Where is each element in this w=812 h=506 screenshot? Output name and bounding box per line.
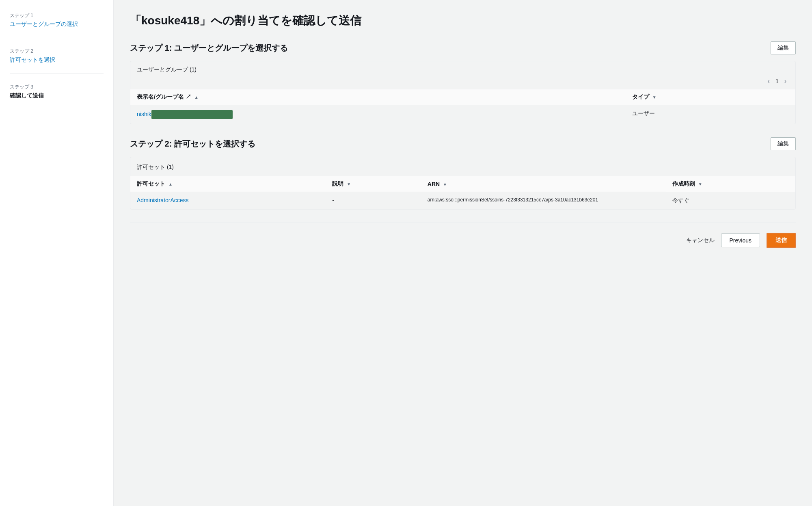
user-name-cell: nishik xyxy=(130,105,626,124)
col-name-header: 表示名/グループ名 ↗ ▲ xyxy=(130,89,626,105)
submit-button[interactable]: 送信 xyxy=(767,233,796,248)
permission-name-cell: AdministratorAccess xyxy=(130,192,326,209)
sidebar-step2: ステップ 2 許可セットを選択 xyxy=(10,48,104,74)
col-permission-header: 許可セット ▲ xyxy=(130,176,326,192)
sidebar-step2-number: ステップ 2 xyxy=(10,48,104,55)
previous-button[interactable]: Previous xyxy=(721,234,760,247)
step2-table-container: 許可セット (1) 許可セット ▲ 説明 ▼ xyxy=(130,157,796,210)
step1-section: ステップ 1: ユーザーとグループを選択する 編集 ユーザーとグループ (1) … xyxy=(130,41,796,124)
step1-heading: ステップ 1: ユーザーとグループを選択する xyxy=(130,43,288,54)
sidebar-step1-number: ステップ 1 xyxy=(10,12,104,19)
page-number: 1 xyxy=(775,78,779,84)
step2-edit-button[interactable]: 編集 xyxy=(771,137,796,150)
col-type-header: タイプ ▼ xyxy=(626,89,795,105)
sidebar-step3-number: ステップ 3 xyxy=(10,84,104,91)
users-groups-table: 表示名/グループ名 ↗ ▲ タイプ ▼ xyxy=(130,89,795,124)
step1-header-row: ステップ 1: ユーザーとグループを選択する 編集 xyxy=(130,41,796,54)
prev-page-button[interactable]: ‹ xyxy=(765,77,772,86)
step1-table-label: ユーザーとグループ (1) xyxy=(130,61,795,74)
redacted-name xyxy=(151,110,233,119)
step2-heading: ステップ 2: 許可セットを選択する xyxy=(130,138,255,149)
sort-icon-arn: ▼ xyxy=(443,182,447,187)
permission-sets-table: 許可セット ▲ 説明 ▼ ARN ▼ xyxy=(130,176,795,209)
main-content: 「kosuke418」への割り当てを確認して送信 ステップ 1: ユーザーとグル… xyxy=(114,0,812,506)
sort-icon-name: ▲ xyxy=(194,95,199,99)
sidebar-step3-label: 確認して送信 xyxy=(10,92,104,99)
sidebar-step1-link[interactable]: ユーザーとグループの選択 xyxy=(10,21,78,27)
permission-arn-cell: arn:aws:sso:::permissionSet/ssoins-7223f… xyxy=(421,192,666,209)
sort-icon-created: ▼ xyxy=(698,182,702,186)
sort-icon-permission: ▲ xyxy=(168,182,173,186)
sort-icon-type: ▼ xyxy=(652,95,657,99)
footer-bar: キャンセル Previous 送信 xyxy=(130,223,796,248)
step1-pagination: ‹ 1 › xyxy=(130,74,795,89)
step2-section: ステップ 2: 許可セットを選択する 編集 許可セット (1) 許可セット ▲ xyxy=(130,137,796,210)
col-arn-header: ARN ▼ xyxy=(421,176,666,192)
user-name-link[interactable]: nishik xyxy=(137,111,233,117)
permission-created-cell: 今すぐ xyxy=(666,192,795,209)
cancel-button[interactable]: キャンセル xyxy=(686,237,715,244)
sidebar-step2-link[interactable]: 許可セットを選択 xyxy=(10,56,55,63)
col-created-header: 作成時刻 ▼ xyxy=(666,176,795,192)
sidebar: ステップ 1 ユーザーとグループの選択 ステップ 2 許可セットを選択 ステップ… xyxy=(0,0,114,506)
step2-header-row: ステップ 2: 許可セットを選択する 編集 xyxy=(130,137,796,150)
sidebar-step3: ステップ 3 確認して送信 xyxy=(10,84,104,109)
col-description-header: 説明 ▼ xyxy=(326,176,421,192)
permission-description-cell: - xyxy=(326,192,421,209)
step1-table-count: ユーザーとグループ (1) xyxy=(137,66,197,73)
permission-name-link[interactable]: AdministratorAccess xyxy=(137,197,189,203)
next-page-button[interactable]: › xyxy=(782,77,789,86)
table-row: AdministratorAccess - arn:aws:sso:::perm… xyxy=(130,192,795,209)
step2-table-count: 許可セット (1) xyxy=(137,164,174,170)
user-name-prefix: nishik xyxy=(137,111,151,117)
sidebar-step1: ステップ 1 ユーザーとグループの選択 xyxy=(10,12,104,38)
step2-table-label: 許可セット (1) xyxy=(130,157,795,171)
user-type-cell: ユーザー xyxy=(626,105,795,124)
step1-table-container: ユーザーとグループ (1) ‹ 1 › 表示名/グループ名 ↗ ▲ xyxy=(130,61,796,124)
table-row: nishik ユーザー xyxy=(130,105,795,124)
sort-icon-description: ▼ xyxy=(347,182,351,186)
page-title: 「kosuke418」への割り当てを確認して送信 xyxy=(130,13,796,28)
step1-edit-button[interactable]: 編集 xyxy=(771,41,796,54)
